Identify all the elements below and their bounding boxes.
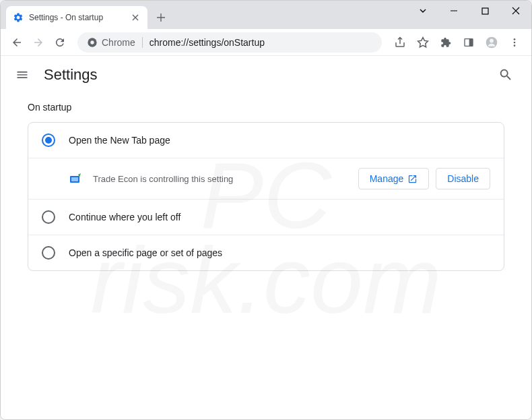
side-panel-icon[interactable] [459,32,479,53]
svg-point-9 [514,44,516,47]
close-tab-button[interactable] [130,12,141,23]
options-card: Open the New Tab page Trade Econ is cont… [28,122,504,271]
hamburger-menu-icon[interactable] [14,67,30,83]
titlebar: Settings - On startup [1,1,531,29]
section-title: On startup [28,102,504,113]
search-button[interactable] [494,63,518,87]
reload-button[interactable] [51,33,69,52]
open-in-new-icon [407,174,418,184]
gear-icon [13,12,24,23]
radio-selected-icon[interactable] [42,133,55,147]
chrome-badge: Chrome [87,37,135,48]
content-area: PC risk.com Settings On startup Open the… [1,56,531,419]
omnibox-separator [142,37,143,48]
svg-point-8 [514,41,516,43]
manage-button[interactable]: Manage [358,168,430,189]
option-specific-pages[interactable]: Open a specific page or set of pages [28,235,504,270]
on-startup-section: On startup Open the New Tab page Trade E… [1,94,531,279]
radio-unselected-icon[interactable] [42,210,55,224]
extensions-icon[interactable] [436,32,456,53]
profile-avatar-icon[interactable] [481,32,502,53]
disable-button[interactable]: Disable [436,168,490,189]
svg-rect-11 [71,177,78,181]
svg-rect-0 [482,8,488,14]
svg-point-6 [490,38,494,42]
omnibox[interactable]: Chrome chrome://settings/onStartup [77,32,382,53]
extension-notice-text: Trade Econ is controlling this setting [93,174,347,184]
option-label: Open the New Tab page [69,135,170,146]
extension-app-icon [69,172,82,185]
url-text: chrome://settings/onStartup [149,37,265,48]
option-label: Continue where you left off [69,212,180,222]
address-bar: Chrome chrome://settings/onStartup [1,29,531,56]
new-tab-button[interactable] [152,8,170,27]
maximize-button[interactable] [469,1,500,21]
option-label: Open a specific page or set of pages [69,247,222,258]
tab-title: Settings - On startup [29,13,125,22]
omnibox-prefix: Chrome [102,37,135,48]
dropdown-icon[interactable] [407,1,438,21]
kebab-menu-icon[interactable] [504,32,525,53]
svg-rect-4 [469,38,473,46]
option-continue[interactable]: Continue where you left off [28,199,504,235]
svg-point-7 [514,38,516,40]
browser-tab[interactable]: Settings - On startup [6,6,147,29]
page-title: Settings [44,66,98,84]
browser-window: Settings - On startup Chrome [0,0,532,420]
back-button[interactable] [7,33,26,52]
bookmark-star-icon[interactable] [413,32,433,53]
window-controls [407,1,531,25]
option-open-new-tab[interactable]: Open the New Tab page [28,123,504,158]
minimize-button[interactable] [438,1,469,21]
forward-button[interactable] [29,33,48,52]
action-buttons: Manage Disable [358,168,490,189]
share-icon[interactable] [390,32,410,53]
page-header: Settings [1,56,531,94]
extension-control-notice: Trade Econ is controlling this setting M… [28,158,504,199]
radio-unselected-icon[interactable] [42,246,55,260]
close-window-button[interactable] [500,1,531,21]
svg-point-2 [90,40,94,44]
